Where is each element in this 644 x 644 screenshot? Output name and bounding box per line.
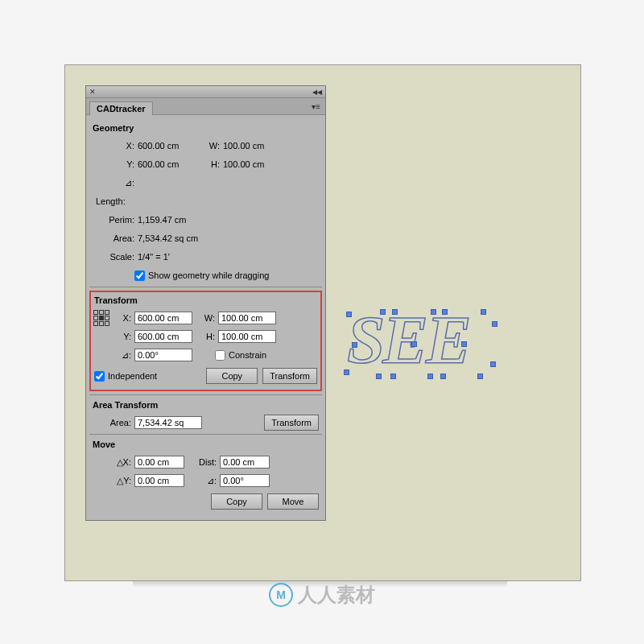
anchor-point[interactable] [376,374,382,379]
area-transform-button[interactable]: Transform [264,415,319,431]
move-dy-input[interactable] [134,474,184,487]
trans-y-input[interactable] [134,330,192,343]
move-dx-input[interactable] [134,456,184,469]
anchor-point[interactable] [427,374,433,379]
transform-transform-button[interactable]: Transform [262,368,317,384]
transform-highlight: Transform X: W: [89,291,322,391]
close-icon[interactable]: ✕ [89,88,96,96]
geom-length-label: Length: [93,196,141,206]
geom-area-value: 7,534.42 sq cm [138,233,198,243]
move-angle-label: ⊿: [184,476,220,486]
anchor-point[interactable] [380,309,386,315]
panel-body: Geometry X: 600.00 cm W: 100.00 cm Y: 60… [86,115,325,520]
watermark-footer: M 人人素材 [64,582,580,608]
transform-title: Transform [94,295,317,305]
cadtracker-panel: ✕ ◀◀ CADtracker ▾≡ Geometry X: 600.00 cm… [85,85,326,521]
divider [89,287,322,287]
watermark-text: 人人素材 [298,582,375,608]
geom-x-label: X: [93,141,138,151]
anchor-selector[interactable] [94,310,114,326]
area-input[interactable] [134,416,202,429]
trans-h-label: H: [192,332,218,341]
anchor-point[interactable] [461,341,467,347]
trans-y-label: Y: [114,332,134,341]
anchor-point[interactable] [344,369,349,375]
independent-label: Independent [108,371,157,381]
trans-angle-input[interactable] [134,349,192,361]
tab-cadtracker[interactable]: CADtracker [89,101,153,115]
constrain-checkbox[interactable] [215,350,225,361]
anchor-point[interactable] [352,342,357,348]
canvas-selected-text[interactable]: SEE [347,311,496,387]
trans-h-input[interactable] [218,330,276,343]
anchor-point[interactable] [431,309,436,315]
geom-perim-label: Perim: [93,215,138,225]
trans-w-input[interactable] [218,312,276,324]
geom-angle-label: ⊿: [93,178,138,188]
geometry-title: Geometry [93,123,319,133]
divider [89,394,322,395]
geom-area-label: Area: [93,233,138,243]
watermark-logo-icon: M [269,583,293,607]
panel-menu-icon[interactable]: ▾≡ [312,102,320,111]
anchor-point[interactable] [477,374,483,379]
trans-x-label: X: [114,313,134,323]
anchor-point[interactable] [492,321,497,327]
area-transform-title: Area Transform [93,400,319,410]
panel-titlebar[interactable]: ✕ ◀◀ [86,86,325,98]
constrain-label: Constrain [229,350,266,360]
anchor-point[interactable] [390,374,396,379]
geom-h-value: 100.00 cm [223,159,264,169]
anchor-point[interactable] [440,374,446,379]
show-geometry-checkbox[interactable] [134,270,145,281]
geom-w-label: W: [202,141,223,151]
trans-x-input[interactable] [134,312,192,324]
move-dx-label: △X: [93,457,134,468]
geom-perim-value: 1,159.47 cm [138,215,187,225]
anchor-point[interactable] [490,361,496,367]
move-title: Move [93,440,319,449]
geom-scale-label: Scale: [93,252,138,262]
area-label: Area: [93,418,134,427]
geom-y-label: Y: [93,159,138,169]
trans-angle-label: ⊿: [114,350,134,361]
move-angle-input[interactable] [220,474,270,487]
trans-w-label: W: [192,313,218,323]
geom-h-label: H: [202,159,223,169]
anchor-point[interactable] [481,309,486,315]
collapse-icon[interactable]: ◀◀ [312,89,322,96]
geom-x-value: 600.00 cm [138,141,202,151]
move-move-button[interactable]: Move [267,493,319,510]
geom-w-value: 100.00 cm [223,141,264,151]
transform-copy-button[interactable]: Copy [206,368,258,384]
geom-y-value: 600.00 cm [138,159,202,169]
tab-row: CADtracker ▾≡ [86,98,325,115]
anchor-point[interactable] [411,341,417,347]
independent-checkbox[interactable] [94,371,105,382]
canvas: ✕ ◀◀ CADtracker ▾≡ Geometry X: 600.00 cm… [64,64,581,581]
anchor-point[interactable] [442,309,448,315]
anchor-point[interactable] [346,312,352,317]
move-dist-label: Dist: [184,457,220,467]
geom-scale-value: 1/4" = 1' [138,252,170,262]
anchor-point[interactable] [392,309,398,315]
move-dy-label: △Y: [93,476,134,486]
divider [89,434,322,435]
move-copy-button[interactable]: Copy [211,493,262,510]
show-geometry-label: Show geometry while dragging [148,270,269,280]
move-dist-input[interactable] [220,456,270,469]
